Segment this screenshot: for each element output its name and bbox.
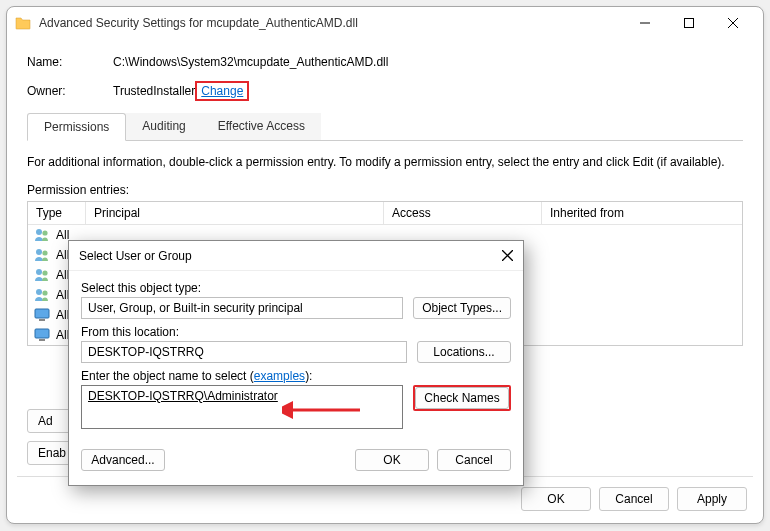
svg-rect-0 — [685, 19, 694, 28]
permission-entries-label: Permission entries: — [27, 183, 743, 197]
titlebar[interactable]: Advanced Security Settings for mcupdate_… — [7, 7, 763, 39]
col-inherited[interactable]: Inherited from — [542, 202, 742, 224]
locations-button[interactable]: Locations... — [417, 341, 511, 363]
users-icon — [34, 287, 50, 303]
annotation-highlight: Check Names — [413, 385, 511, 411]
owner-value: TrustedInstaller — [113, 84, 195, 98]
select-user-or-group-dialog: Select User or Group Select this object … — [68, 240, 524, 486]
check-names-button[interactable]: Check Names — [415, 387, 509, 409]
users-icon — [34, 267, 50, 283]
object-type-value: User, Group, or Built-in security princi… — [81, 297, 403, 319]
svg-rect-12 — [39, 339, 45, 341]
computer-icon — [34, 307, 50, 323]
enter-object-name-label: Enter the object name to select (example… — [81, 369, 511, 383]
users-icon — [34, 227, 50, 243]
computer-icon — [34, 327, 50, 343]
apply-button[interactable]: Apply — [677, 487, 747, 511]
col-type[interactable]: Type — [28, 202, 86, 224]
svg-rect-10 — [39, 319, 45, 321]
name-value: C:\Windows\System32\mcupdate_AuthenticAM… — [113, 55, 388, 69]
svg-point-3 — [36, 249, 42, 255]
svg-point-8 — [42, 290, 47, 295]
svg-rect-9 — [35, 309, 49, 318]
window-controls — [623, 8, 755, 38]
users-icon — [34, 247, 50, 263]
svg-point-5 — [36, 269, 42, 275]
change-owner-link[interactable]: Change — [201, 84, 243, 98]
object-name-input[interactable]: DESKTOP-IQSTRRQ\Administrator — [81, 385, 403, 429]
svg-point-1 — [36, 229, 42, 235]
location-label: From this location: — [81, 325, 511, 339]
advanced-button[interactable]: Advanced... — [81, 449, 165, 471]
table-header: Type Principal Access Inherited from — [28, 202, 742, 225]
window-title: Advanced Security Settings for mcupdate_… — [39, 16, 623, 30]
dialog-ok-button[interactable]: OK — [355, 449, 429, 471]
minimize-button[interactable] — [623, 8, 667, 38]
location-value: DESKTOP-IQSTRRQ — [81, 341, 407, 363]
col-principal[interactable]: Principal — [86, 202, 384, 224]
svg-point-2 — [42, 230, 47, 235]
svg-point-6 — [42, 270, 47, 275]
annotation-highlight: Change — [195, 81, 249, 101]
examples-link[interactable]: examples — [254, 369, 305, 383]
name-label: Name: — [27, 55, 113, 69]
folder-icon — [15, 15, 31, 31]
tab-strip: Permissions Auditing Effective Access — [27, 113, 743, 141]
dialog-cancel-button[interactable]: Cancel — [437, 449, 511, 471]
object-types-button[interactable]: Object Types... — [413, 297, 511, 319]
svg-point-4 — [42, 250, 47, 255]
dialog-close-button[interactable] — [502, 248, 513, 264]
tab-permissions[interactable]: Permissions — [27, 113, 126, 141]
svg-rect-11 — [35, 329, 49, 338]
close-button[interactable] — [711, 8, 755, 38]
permissions-description: For additional information, double-click… — [27, 155, 743, 169]
tab-auditing[interactable]: Auditing — [126, 113, 201, 140]
tab-effective-access[interactable]: Effective Access — [202, 113, 321, 140]
ok-button[interactable]: OK — [521, 487, 591, 511]
maximize-button[interactable] — [667, 8, 711, 38]
dialog-title: Select User or Group — [79, 249, 192, 263]
owner-label: Owner: — [27, 84, 113, 98]
footer-buttons: OK Cancel Apply — [521, 487, 747, 511]
object-type-label: Select this object type: — [81, 281, 511, 295]
col-access[interactable]: Access — [384, 202, 542, 224]
svg-point-7 — [36, 289, 42, 295]
cancel-button[interactable]: Cancel — [599, 487, 669, 511]
dialog-titlebar[interactable]: Select User or Group — [69, 241, 523, 271]
